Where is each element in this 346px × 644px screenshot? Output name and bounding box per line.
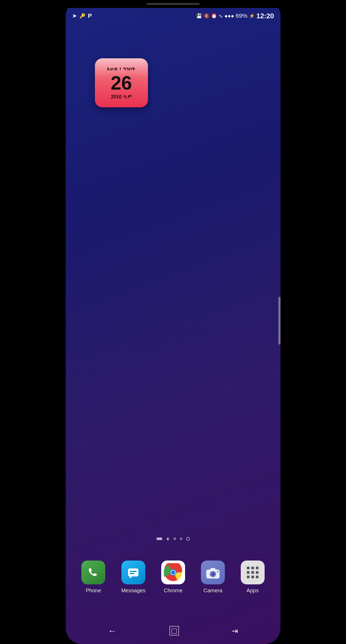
phone-label: Phone xyxy=(86,588,101,594)
apps-dot-4 xyxy=(247,571,249,574)
mute-icon: 🔇 xyxy=(204,13,209,19)
apps-grid xyxy=(244,564,261,581)
apps-dot-6 xyxy=(256,571,259,574)
status-right-icons: 💾 🔇 ⏰ ∿ ●●● 69% ⚡ 12:20 xyxy=(196,12,274,20)
apps-icon[interactable] xyxy=(241,561,265,584)
calendar-year-month: 2010 ዓ.ም xyxy=(111,94,132,100)
svg-marker-3 xyxy=(130,576,132,579)
apps-dot-2 xyxy=(251,567,254,569)
sd-icon: 💾 xyxy=(196,13,202,19)
clock: 12:20 xyxy=(256,12,274,20)
apps-dot-9 xyxy=(256,576,259,578)
apps-dot-7 xyxy=(247,576,249,578)
home-dot-icon xyxy=(166,537,170,541)
page-indicator xyxy=(66,537,281,541)
page-dot-active xyxy=(186,537,190,541)
dock-app-chrome[interactable]: Chrome xyxy=(161,561,185,594)
battery-charging-icon: ⚡ xyxy=(249,13,255,19)
page-dot-4 xyxy=(180,537,182,540)
camera-icon[interactable] xyxy=(201,561,225,584)
home-content: እሁድ ፣ ግንቦት 26 2010 ዓ.ም xyxy=(66,24,281,617)
status-left-icons: ➤ 🔑 P xyxy=(72,12,92,19)
svg-rect-5 xyxy=(130,573,134,574)
apps-dot-1 xyxy=(247,567,249,569)
nav-bar: ← □ ⇥ xyxy=(66,617,281,644)
battery-percentage: 69% xyxy=(236,12,247,19)
scrollbar xyxy=(278,297,281,345)
apps-dot-3 xyxy=(256,567,259,569)
svg-point-15 xyxy=(212,573,213,574)
page-dot-home xyxy=(166,537,170,541)
calendar-widget[interactable]: እሁድ ፣ ግንቦት 26 2010 ዓ.ም xyxy=(95,58,148,107)
status-bar: ➤ 🔑 P 💾 🔇 ⏰ ∿ ●●● 69% ⚡ xyxy=(66,8,281,24)
parking-icon: P xyxy=(88,12,92,19)
dot-line-1 xyxy=(157,538,162,538)
phone-top-bar xyxy=(66,0,281,8)
recents-button[interactable]: ⇥ xyxy=(231,626,238,636)
back-button[interactable]: ← xyxy=(108,626,117,636)
screen: ➤ 🔑 P 💾 🔇 ⏰ ∿ ●●● 69% ⚡ xyxy=(66,8,281,644)
apps-dot-5 xyxy=(251,571,254,574)
page-dot-grid xyxy=(156,537,162,540)
svg-marker-0 xyxy=(166,537,169,539)
chrome-label: Chrome xyxy=(164,588,182,594)
page-dot-3 xyxy=(173,537,176,540)
svg-point-16 xyxy=(217,571,218,572)
svg-point-9 xyxy=(171,570,175,575)
key-icon: 🔑 xyxy=(80,13,85,19)
svg-rect-2 xyxy=(128,568,138,576)
messages-svg xyxy=(126,565,141,580)
dock-app-messages[interactable]: Messages xyxy=(121,561,145,594)
signal-icon: ●●● xyxy=(225,13,234,19)
apps-dot-8 xyxy=(251,576,254,578)
calendar-day-number: 26 xyxy=(111,73,132,92)
camera-label: Camera xyxy=(203,588,222,594)
messages-icon[interactable] xyxy=(121,561,145,584)
apps-label: Apps xyxy=(247,588,259,594)
chrome-icon[interactable] xyxy=(161,561,185,584)
phone-svg xyxy=(86,566,100,579)
phone-frame: ➤ 🔑 P 💾 🔇 ⏰ ∿ ●●● 69% ⚡ xyxy=(66,0,281,644)
svg-rect-1 xyxy=(167,539,169,540)
dot-line-3 xyxy=(157,540,162,540)
dot-line-2 xyxy=(157,539,162,539)
notch xyxy=(147,3,200,5)
wifi-icon: ∿ xyxy=(218,13,223,19)
phone-icon[interactable] xyxy=(81,561,105,584)
svg-rect-4 xyxy=(130,571,137,572)
dock: Phone Messages xyxy=(66,561,281,594)
camera-svg xyxy=(205,566,221,579)
svg-rect-11 xyxy=(211,568,215,571)
home-button[interactable]: □ xyxy=(169,626,179,636)
calendar-day-name: እሁድ ፣ ግንቦት xyxy=(107,66,135,72)
messages-label: Messages xyxy=(121,588,145,594)
dock-app-phone[interactable]: Phone xyxy=(81,561,105,594)
alarm-icon: ⏰ xyxy=(211,13,217,19)
telegram-icon: ➤ xyxy=(72,12,77,19)
dock-app-camera[interactable]: Camera xyxy=(201,561,225,594)
chrome-svg xyxy=(164,563,182,582)
dock-app-apps[interactable]: Apps xyxy=(241,561,265,594)
